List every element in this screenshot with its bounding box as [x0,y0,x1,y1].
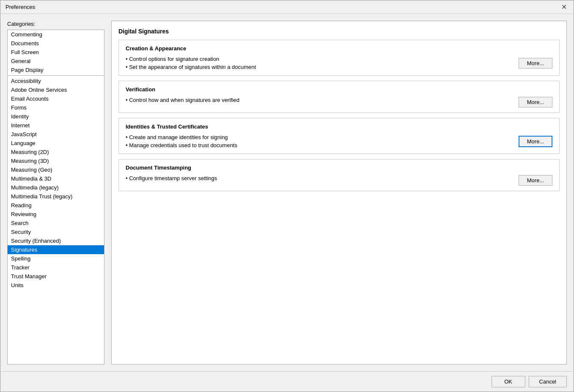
sidebar-item-reading[interactable]: Reading [8,201,104,210]
content-area: Digital Signatures Creation & Appearance… [111,21,567,365]
ok-button[interactable]: OK [492,376,525,387]
card-timestamping-bullets: • Configure timestamp server settings [126,175,217,181]
sidebar-item-trust-manager[interactable]: Trust Manager [8,272,104,281]
dialog-footer: OK Cancel [0,371,574,392]
sidebar-item-reviewing[interactable]: Reviewing [8,210,104,219]
card-creation-appearance: Creation & Appearance • Control options … [118,40,560,76]
sidebar-item-documents[interactable]: Documents [8,39,104,48]
sidebar-item-commenting[interactable]: Commenting [8,30,104,39]
card-verification: Verification • Control how and when sign… [118,81,560,113]
category-list: Commenting Documents Full Screen General… [7,30,104,365]
sidebar-item-measuring-3d[interactable]: Measuring (3D) [8,156,104,165]
bullet-verification-1: • Control how and when signatures are ve… [126,97,239,103]
dialog-body: Categories: Commenting Documents Full Sc… [0,14,574,371]
card-creation-header: Creation & Appearance [126,45,552,52]
card-identities-header: Identities & Trusted Certificates [126,123,552,130]
sidebar-item-multimedia-trust[interactable]: Multimedia Trust (legacy) [8,192,104,201]
category-separator [8,75,104,76]
more-button-verification[interactable]: More... [519,97,552,107]
categories-label: Categories: [7,21,104,27]
bullet-identities-1: • Create and manage identities for signi… [126,134,237,140]
sidebar-item-multimedia-legacy[interactable]: Multimedia (legacy) [8,183,104,192]
sidebar-item-units[interactable]: Units [8,281,104,290]
card-timestamping: Document Timestamping • Configure timest… [118,159,560,191]
preferences-dialog: Preferences ✕ Categories: Commenting Doc… [0,0,574,392]
sidebar-item-spelling[interactable]: Spelling [8,254,104,263]
sidebar-item-multimedia-3d[interactable]: Multimedia & 3D [8,174,104,183]
sidebar-item-full-screen[interactable]: Full Screen [8,48,104,57]
sidebar-item-email-accounts[interactable]: Email Accounts [8,94,104,103]
card-verification-bullets: • Control how and when signatures are ve… [126,97,239,103]
sidebar-item-accessibility[interactable]: Accessibility [8,77,104,85]
content-title: Digital Signatures [118,28,560,35]
card-creation-bullets: • Control options for signature creation… [126,56,256,70]
sidebar-item-identity[interactable]: Identity [8,112,104,121]
bullet-creation-1: • Control options for signature creation [126,56,256,62]
sidebar-item-tracker[interactable]: Tracker [8,263,104,272]
sidebar-item-general[interactable]: General [8,57,104,66]
sidebar-item-page-display[interactable]: Page Display [8,66,104,74]
card-creation-content: • Control options for signature creation… [126,56,552,70]
title-bar: Preferences ✕ [0,0,574,14]
sidebar-item-adobe-online[interactable]: Adobe Online Services [8,85,104,94]
card-identities-content: • Create and manage identities for signi… [126,134,552,148]
dialog-title: Preferences [5,4,35,10]
sidebar-item-measuring-2d[interactable]: Measuring (2D) [8,148,104,156]
sidebar-item-measuring-geo[interactable]: Measuring (Geo) [8,165,104,174]
card-identities-bullets: • Create and manage identities for signi… [126,134,237,148]
more-button-timestamping[interactable]: More... [519,175,552,186]
more-button-creation[interactable]: More... [519,58,552,69]
card-timestamping-content: • Configure timestamp server settings Mo… [126,175,552,186]
card-verification-header: Verification [126,86,552,93]
sidebar-item-search[interactable]: Search [8,219,104,228]
card-identities: Identities & Trusted Certificates • Crea… [118,118,560,154]
sidebar-item-internet[interactable]: Internet [8,121,104,130]
sidebar-item-security[interactable]: Security [8,228,104,236]
card-verification-content: • Control how and when signatures are ve… [126,97,552,107]
sidebar-item-forms[interactable]: Forms [8,103,104,112]
more-button-identities[interactable]: More... [519,136,552,147]
sidebar-item-security-enhanced[interactable]: Security (Enhanced) [8,236,104,245]
cancel-button[interactable]: Cancel [529,376,567,387]
sidebar-item-signatures[interactable]: Signatures [8,245,104,254]
bullet-identities-2: • Manage credentials used to trust docum… [126,142,237,148]
sidebar-item-javascript[interactable]: JavaScript [8,130,104,139]
close-button[interactable]: ✕ [559,3,569,12]
sidebar-item-language[interactable]: Language [8,139,104,148]
bullet-creation-2: • Set the appearance of signatures withi… [126,64,256,70]
card-timestamping-header: Document Timestamping [126,164,552,171]
bullet-timestamping-1: • Configure timestamp server settings [126,175,217,181]
right-panel: Digital Signatures Creation & Appearance… [111,21,567,365]
left-panel: Categories: Commenting Documents Full Sc… [7,21,104,365]
